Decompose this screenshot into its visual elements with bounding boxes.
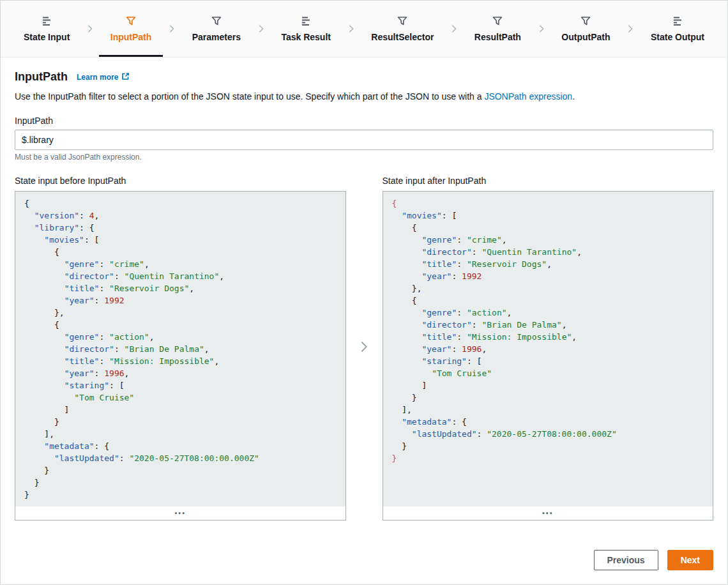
before-panel-title: State input before InputPath — [15, 176, 346, 186]
stepper-tab-outputpath[interactable]: OutputPath — [550, 1, 621, 57]
step-label: Parameters — [192, 32, 241, 42]
external-link-icon — [121, 72, 130, 82]
jsonpath-expression-link[interactable]: JSONPath expression — [484, 91, 572, 102]
after-panel: State input after InputPath { "movies": … — [383, 176, 714, 520]
json-panels: State input before InputPath { "version"… — [15, 176, 713, 520]
stepper-tab-resultselector[interactable]: ResultSelector — [360, 1, 445, 57]
chevron-right-icon — [257, 1, 266, 57]
step-label: State Input — [24, 32, 70, 42]
before-panel: State input before InputPath { "version"… — [15, 176, 346, 520]
learn-more-label: Learn more — [77, 73, 118, 82]
stepper-tab-state-output[interactable]: State Output — [639, 1, 716, 57]
description: Use the InputPath filter to select a por… — [15, 90, 713, 103]
funnel-icon — [580, 16, 591, 26]
description-text: Use the InputPath filter to select a por… — [15, 91, 484, 102]
step-label: State Output — [651, 32, 704, 42]
stepper-tab-resultpath[interactable]: ResultPath — [463, 1, 533, 57]
ellipsis-icon: ••• — [542, 510, 554, 517]
stepper: State InputInputPathParametersTask Resul… — [1, 1, 727, 57]
next-button[interactable]: Next — [667, 550, 713, 570]
before-json-code: { "version": 4, "library": { "movies": [… — [15, 192, 345, 506]
ellipsis-icon: ••• — [174, 510, 186, 517]
panels-arrow — [346, 176, 383, 520]
chevron-right-icon — [626, 1, 635, 57]
previous-button[interactable]: Previous — [594, 550, 658, 570]
stepper-tab-parameters[interactable]: Parameters — [181, 1, 252, 57]
step-label: Task Result — [281, 32, 331, 42]
description-period: . — [572, 91, 575, 102]
step-label: InputPath — [110, 32, 152, 42]
list-icon — [42, 16, 52, 26]
stepper-tab-task-result[interactable]: Task Result — [269, 1, 342, 57]
after-json-viewer: { "movies": [ { "genre": "crime", "direc… — [383, 191, 714, 520]
chevron-right-icon — [86, 1, 95, 57]
funnel-icon — [397, 16, 407, 26]
chevron-right-icon — [167, 1, 176, 57]
funnel-icon — [126, 16, 136, 26]
step-label: ResultPath — [474, 32, 521, 42]
after-panel-title: State input after InputPath — [383, 176, 714, 186]
page-title: InputPath — [15, 70, 68, 84]
list-icon — [301, 16, 311, 26]
chevron-right-icon — [347, 1, 356, 57]
funnel-icon — [492, 16, 503, 26]
after-json-code: { "movies": [ { "genre": "crime", "direc… — [383, 192, 713, 506]
stepper-tab-state-input[interactable]: State Input — [12, 1, 81, 57]
stepper-tab-inputpath[interactable]: InputPath — [99, 1, 163, 57]
dataflow-simulator-page: State InputInputPathParametersTask Resul… — [0, 0, 728, 585]
funnel-icon — [211, 16, 222, 26]
content: InputPath Learn more Use the InputPath f… — [1, 57, 727, 582]
before-panel-expand-button[interactable]: ••• — [15, 506, 345, 520]
inputpath-input[interactable] — [15, 130, 713, 150]
field-helper-text: Must be a valid JsonPath expression. — [15, 153, 713, 162]
after-panel-expand-button[interactable]: ••• — [383, 506, 713, 520]
title-row: InputPath Learn more — [15, 70, 713, 84]
wizard-actions: Previous Next — [15, 550, 713, 582]
list-icon — [672, 16, 683, 26]
chevron-right-icon — [537, 1, 546, 57]
step-label: ResultSelector — [371, 32, 434, 42]
inputpath-field-label: InputPath — [15, 116, 713, 126]
learn-more-link[interactable]: Learn more — [77, 72, 130, 82]
chevron-right-icon — [450, 1, 459, 57]
step-label: OutputPath — [561, 32, 610, 42]
before-json-viewer: { "version": 4, "library": { "movies": [… — [15, 191, 346, 520]
chevron-right-icon — [358, 340, 370, 356]
